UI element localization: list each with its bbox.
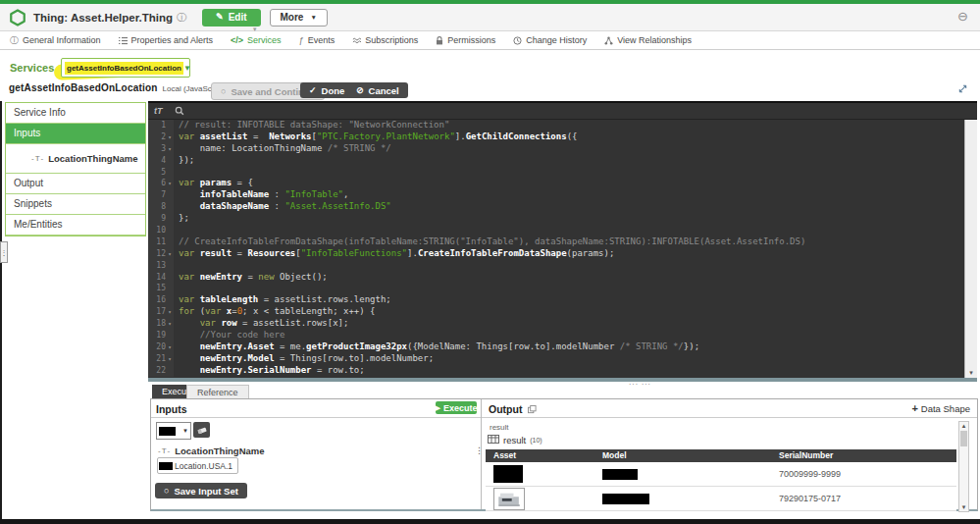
done-label: Done: [322, 85, 345, 96]
column-header-model: Model: [602, 449, 627, 462]
result-table: AssetModelSerialNumber 70009999-99997929…: [486, 449, 956, 511]
fold-arrow-icon[interactable]: ▾: [166, 178, 174, 189]
redacted-model: [602, 469, 638, 480]
fold-arrow-icon[interactable]: ▾: [166, 131, 174, 143]
fold-arrow-icon[interactable]: ▾: [166, 248, 174, 260]
lock-icon: [436, 36, 443, 45]
code-area[interactable]: 1// result: INFOTABLE dataShape: "Networ…: [148, 120, 965, 378]
tab-permissions[interactable]: Permissions: [436, 35, 495, 45]
line-number: 12: [156, 248, 166, 260]
line-number-gutter: 17▾: [148, 306, 174, 318]
scroll-down-icon[interactable]: ▾: [959, 503, 968, 511]
service-name: getAssetInfoBasedOnLocation: [9, 82, 158, 93]
list-icon: [119, 36, 128, 45]
result-table-scrollbar[interactable]: ▴ ▾: [958, 421, 969, 512]
line-number: 10: [156, 225, 166, 236]
code-text: var params = {: [174, 178, 253, 189]
code-line: 5: [148, 167, 965, 179]
fold-arrow-icon[interactable]: ▾: [166, 341, 174, 353]
sidebar-item-output[interactable]: Output: [6, 174, 145, 194]
line-number-gutter: 3▾: [148, 143, 174, 155]
tab-properties-and-alerts[interactable]: Properties and Alerts: [119, 35, 214, 45]
code-text: newEntry.SerialNumber = row.to;: [174, 365, 365, 377]
code-text: });: [174, 155, 194, 167]
data-shape-link[interactable]: + Data Shape: [911, 402, 970, 414]
code-line: 20▾ newEntry.Asset = me.getProductImage3…: [148, 341, 965, 353]
left-panel-splitter-handle[interactable]: ⋮: [0, 241, 8, 263]
search-icon[interactable]: [175, 106, 184, 116]
info-icon[interactable]: ⓘ: [177, 11, 186, 25]
tab-view-relationships[interactable]: View Relationships: [604, 35, 692, 45]
window-bottom-edge: [0, 519, 980, 524]
line-number: 16: [156, 294, 166, 306]
column-header-serialnumber: SerialNumber: [779, 449, 833, 462]
input-set-dropdown[interactable]: ▼: [156, 422, 191, 440]
services-label: Services: [10, 62, 54, 74]
clock-icon: [513, 36, 522, 45]
line-number: 1: [161, 120, 166, 131]
tab-services[interactable]: ▼</>Services: [231, 35, 282, 45]
fold-arrow-icon[interactable]: ▾: [166, 318, 174, 330]
line-number: 13: [156, 260, 166, 272]
table-row: 79290175-0717: [486, 487, 956, 511]
edit-button[interactable]: ✎ Edit: [202, 9, 260, 26]
panel-divider: [151, 417, 977, 418]
editor-toolbar: tT: [148, 103, 977, 120]
line-number-gutter: 8: [148, 201, 174, 213]
font-size-icon[interactable]: tT: [154, 106, 163, 116]
scrollbar-thumb[interactable]: [960, 431, 967, 446]
services-dropdown[interactable]: getAssetInfoBasedOnLocation ▼: [61, 58, 190, 78]
sidebar-item-snippets[interactable]: Snippets: [6, 194, 145, 215]
cancel-label: Cancel: [369, 85, 399, 96]
editor-vertical-scrollbar[interactable]: ▾: [964, 120, 977, 378]
service-sidebar: Service InfoInputsTLocationThingNameOutp…: [5, 102, 146, 236]
clear-inputs-button[interactable]: [193, 422, 210, 438]
sidebar-param-locationthingname[interactable]: TLocationThingName: [6, 144, 145, 174]
code-text: [174, 283, 179, 294]
tab-change-history[interactable]: Change History: [513, 35, 587, 45]
tab-general-information[interactable]: ⓘGeneral Information: [10, 35, 101, 45]
done-button[interactable]: ✓ Done: [300, 82, 353, 98]
expand-editor-icon[interactable]: [957, 83, 968, 94]
result-row: result (10): [488, 435, 542, 445]
scroll-up-icon[interactable]: ▴: [959, 422, 968, 430]
save-input-set-button[interactable]: ○ Save Input Set: [155, 483, 247, 498]
fold-arrow-icon[interactable]: ▾: [166, 143, 174, 155]
code-editor: tT 1// result: INFOTABLE dataShape: "Net…: [148, 101, 977, 378]
collapse-header-icon[interactable]: ⊖: [957, 9, 968, 24]
tab-reference[interactable]: Reference: [186, 385, 249, 398]
copy-icon[interactable]: [528, 405, 537, 414]
parameter-input[interactable]: Location.USA.1: [157, 457, 238, 474]
edit-button-label: Edit: [229, 12, 247, 23]
tab-subscriptions[interactable]: Subscriptions: [352, 35, 418, 45]
asset-product-image: [493, 488, 525, 510]
code-line: 12▾var result = Resources["InfoTableFunc…: [148, 248, 965, 260]
sidebar-param-label: LocationThingName: [48, 153, 137, 164]
scroll-down-icon[interactable]: ▾: [965, 369, 977, 377]
sidebar-item-inputs[interactable]: Inputs: [6, 124, 145, 144]
tab-label: Subscriptions: [365, 35, 418, 45]
parameter-value: Location.USA.1: [175, 461, 232, 471]
active-tab-caret-icon: ▼: [252, 26, 258, 32]
execute-button[interactable]: ▶ Execute: [436, 401, 477, 414]
serial-cell: 79290175-0717: [779, 487, 841, 510]
thing-hexagon-icon: [9, 9, 26, 26]
editor-bottom-splitter[interactable]: [148, 378, 977, 382]
serial-cell: 70009999-9999: [779, 462, 841, 486]
resize-handle-icon[interactable]: ··· ···: [629, 381, 651, 388]
code-text: var assetList = Networks["PTC.Factory.Pl…: [174, 131, 577, 143]
redacted-value: [159, 427, 176, 436]
fold-arrow-icon[interactable]: ▾: [166, 353, 174, 365]
tab-events[interactable]: ƒEvents: [299, 35, 335, 45]
line-number-gutter: 5: [148, 167, 174, 179]
line-number: 20: [156, 341, 166, 353]
entity-name: Asset.Helper.Thing: [71, 12, 173, 24]
sidebar-item-me-entities[interactable]: Me/Entities: [6, 215, 145, 236]
redacted-model: [602, 494, 649, 504]
more-button[interactable]: More ▼: [270, 9, 328, 26]
circle-icon: ○: [221, 86, 226, 96]
cancel-button[interactable]: ⊘ Cancel: [347, 82, 408, 98]
fold-arrow-icon[interactable]: ▾: [166, 306, 174, 318]
sidebar-item-service-info[interactable]: Service Info: [6, 103, 145, 124]
splitter-handle-icon[interactable]: ⋮: [475, 446, 484, 456]
